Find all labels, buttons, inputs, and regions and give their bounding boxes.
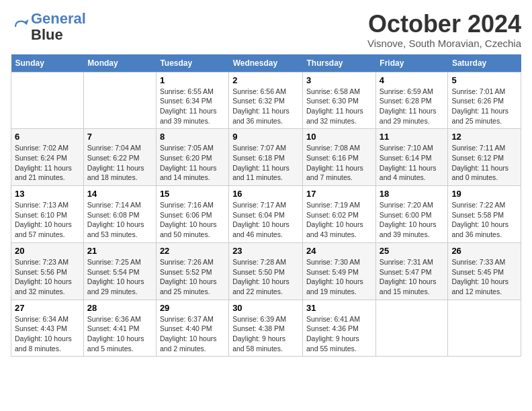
calendar-cell: 18Sunrise: 7:20 AM Sunset: 6:00 PM Dayli… (375, 186, 448, 243)
day-number: 30 (232, 303, 299, 313)
day-info: Sunrise: 7:05 AM Sunset: 6:20 PM Dayligh… (160, 143, 225, 183)
calendar-cell (448, 300, 521, 357)
logo: General Blue (11, 11, 86, 43)
week-row-5: 27Sunrise: 6:34 AM Sunset: 4:43 PM Dayli… (11, 300, 521, 357)
day-info: Sunrise: 7:23 AM Sunset: 5:56 PM Dayligh… (15, 257, 80, 297)
day-info: Sunrise: 6:56 AM Sunset: 6:32 PM Dayligh… (232, 87, 299, 126)
day-number: 11 (380, 132, 445, 142)
calendar-cell: 15Sunrise: 7:16 AM Sunset: 6:06 PM Dayli… (156, 186, 228, 243)
day-number: 25 (380, 246, 445, 256)
day-info: Sunrise: 7:13 AM Sunset: 6:10 PM Dayligh… (15, 200, 80, 240)
calendar-cell: 30Sunrise: 6:39 AM Sunset: 4:38 PM Dayli… (229, 300, 303, 357)
day-number: 10 (306, 132, 372, 142)
day-info: Sunrise: 7:25 AM Sunset: 5:54 PM Dayligh… (87, 257, 152, 297)
day-number: 8 (160, 132, 225, 142)
day-number: 9 (232, 132, 299, 142)
day-number: 7 (87, 132, 152, 142)
day-info: Sunrise: 6:58 AM Sunset: 6:30 PM Dayligh… (306, 87, 372, 126)
day-number: 19 (451, 189, 517, 199)
calendar-cell: 4Sunrise: 6:59 AM Sunset: 6:28 PM Daylig… (375, 72, 448, 129)
calendar-cell (83, 72, 156, 129)
calendar-cell: 24Sunrise: 7:30 AM Sunset: 5:49 PM Dayli… (303, 242, 376, 300)
calendar-cell (375, 300, 448, 357)
day-number: 22 (160, 246, 225, 256)
day-number: 18 (380, 189, 445, 199)
calendar-cell: 14Sunrise: 7:14 AM Sunset: 6:08 PM Dayli… (83, 186, 156, 243)
day-number: 12 (451, 132, 517, 142)
day-info: Sunrise: 6:34 AM Sunset: 4:43 PM Dayligh… (15, 314, 80, 354)
calendar-cell: 29Sunrise: 6:37 AM Sunset: 4:40 PM Dayli… (156, 300, 228, 357)
calendar-cell: 31Sunrise: 6:41 AM Sunset: 4:36 PM Dayli… (303, 300, 376, 357)
day-info: Sunrise: 7:19 AM Sunset: 6:02 PM Dayligh… (306, 200, 372, 240)
weekday-header-monday: Monday (83, 54, 156, 73)
calendar-cell: 3Sunrise: 6:58 AM Sunset: 6:30 PM Daylig… (303, 72, 376, 129)
calendar-cell: 27Sunrise: 6:34 AM Sunset: 4:43 PM Dayli… (11, 300, 84, 357)
day-info: Sunrise: 7:08 AM Sunset: 6:16 PM Dayligh… (306, 143, 372, 183)
calendar-cell: 13Sunrise: 7:13 AM Sunset: 6:10 PM Dayli… (11, 186, 84, 243)
calendar-cell: 23Sunrise: 7:28 AM Sunset: 5:50 PM Dayli… (229, 242, 303, 300)
week-row-4: 20Sunrise: 7:23 AM Sunset: 5:56 PM Dayli… (11, 242, 521, 300)
day-number: 4 (380, 75, 445, 85)
title-block: October 2024 Visnove, South Moravian, Cz… (367, 11, 521, 49)
day-info: Sunrise: 6:36 AM Sunset: 4:41 PM Dayligh… (87, 314, 152, 354)
calendar-cell: 20Sunrise: 7:23 AM Sunset: 5:56 PM Dayli… (11, 242, 84, 300)
calendar-cell: 21Sunrise: 7:25 AM Sunset: 5:54 PM Dayli… (83, 242, 156, 300)
weekday-header-friday: Friday (375, 54, 448, 73)
calendar-cell: 11Sunrise: 7:10 AM Sunset: 6:14 PM Dayli… (375, 129, 448, 186)
week-row-1: 1Sunrise: 6:55 AM Sunset: 6:34 PM Daylig… (11, 72, 521, 129)
calendar-cell: 8Sunrise: 7:05 AM Sunset: 6:20 PM Daylig… (156, 129, 228, 186)
day-number: 2 (232, 75, 299, 85)
calendar-cell: 6Sunrise: 7:02 AM Sunset: 6:24 PM Daylig… (11, 129, 84, 186)
calendar-cell: 25Sunrise: 7:31 AM Sunset: 5:47 PM Dayli… (375, 242, 448, 300)
day-info: Sunrise: 7:26 AM Sunset: 5:52 PM Dayligh… (160, 257, 225, 297)
day-info: Sunrise: 7:11 AM Sunset: 6:12 PM Dayligh… (451, 143, 517, 183)
day-info: Sunrise: 7:33 AM Sunset: 5:45 PM Dayligh… (451, 257, 517, 297)
day-number: 26 (451, 246, 517, 256)
calendar-cell: 26Sunrise: 7:33 AM Sunset: 5:45 PM Dayli… (448, 242, 521, 300)
day-number: 24 (306, 246, 372, 256)
day-number: 16 (232, 189, 299, 199)
day-number: 5 (451, 75, 517, 85)
day-info: Sunrise: 7:22 AM Sunset: 5:58 PM Dayligh… (451, 200, 517, 240)
day-info: Sunrise: 7:02 AM Sunset: 6:24 PM Dayligh… (15, 143, 80, 183)
location: Visnove, South Moravian, Czechia (367, 38, 521, 49)
calendar-cell: 2Sunrise: 6:56 AM Sunset: 6:32 PM Daylig… (229, 72, 303, 129)
day-info: Sunrise: 7:01 AM Sunset: 6:26 PM Dayligh… (451, 87, 517, 126)
day-info: Sunrise: 6:37 AM Sunset: 4:40 PM Dayligh… (160, 314, 225, 354)
day-number: 21 (87, 246, 152, 256)
calendar-table: SundayMondayTuesdayWednesdayThursdayFrid… (11, 54, 521, 357)
logo-general: General (31, 10, 86, 27)
day-info: Sunrise: 7:10 AM Sunset: 6:14 PM Dayligh… (380, 143, 445, 183)
day-info: Sunrise: 7:20 AM Sunset: 6:00 PM Dayligh… (380, 200, 445, 240)
day-info: Sunrise: 6:41 AM Sunset: 4:36 PM Dayligh… (306, 314, 372, 354)
day-number: 14 (87, 189, 152, 199)
day-info: Sunrise: 7:07 AM Sunset: 6:18 PM Dayligh… (232, 143, 299, 183)
logo-icon (11, 17, 30, 36)
calendar-cell: 22Sunrise: 7:26 AM Sunset: 5:52 PM Dayli… (156, 242, 228, 300)
day-info: Sunrise: 7:16 AM Sunset: 6:06 PM Dayligh… (160, 200, 225, 240)
weekday-header-thursday: Thursday (303, 54, 376, 73)
day-number: 29 (160, 303, 225, 313)
calendar-cell: 17Sunrise: 7:19 AM Sunset: 6:02 PM Dayli… (303, 186, 376, 243)
month-title: October 2024 (367, 11, 521, 38)
weekday-header-wednesday: Wednesday (229, 54, 303, 73)
weekday-header-tuesday: Tuesday (156, 54, 228, 73)
weekday-header-row: SundayMondayTuesdayWednesdayThursdayFrid… (11, 54, 521, 73)
calendar-cell: 19Sunrise: 7:22 AM Sunset: 5:58 PM Dayli… (448, 186, 521, 243)
day-number: 15 (160, 189, 225, 199)
day-number: 13 (15, 189, 80, 199)
calendar-cell: 1Sunrise: 6:55 AM Sunset: 6:34 PM Daylig… (156, 72, 228, 129)
day-number: 3 (306, 75, 372, 85)
day-number: 17 (306, 189, 372, 199)
day-info: Sunrise: 7:30 AM Sunset: 5:49 PM Dayligh… (306, 257, 372, 297)
day-info: Sunrise: 6:55 AM Sunset: 6:34 PM Dayligh… (160, 87, 225, 126)
day-info: Sunrise: 7:28 AM Sunset: 5:50 PM Dayligh… (232, 257, 299, 297)
calendar-cell: 5Sunrise: 7:01 AM Sunset: 6:26 PM Daylig… (448, 72, 521, 129)
day-number: 20 (15, 246, 80, 256)
calendar-cell: 12Sunrise: 7:11 AM Sunset: 6:12 PM Dayli… (448, 129, 521, 186)
day-info: Sunrise: 7:17 AM Sunset: 6:04 PM Dayligh… (232, 200, 299, 240)
calendar-cell (11, 72, 84, 129)
calendar-cell: 28Sunrise: 6:36 AM Sunset: 4:41 PM Dayli… (83, 300, 156, 357)
week-row-3: 13Sunrise: 7:13 AM Sunset: 6:10 PM Dayli… (11, 186, 521, 243)
day-info: Sunrise: 7:31 AM Sunset: 5:47 PM Dayligh… (380, 257, 445, 297)
